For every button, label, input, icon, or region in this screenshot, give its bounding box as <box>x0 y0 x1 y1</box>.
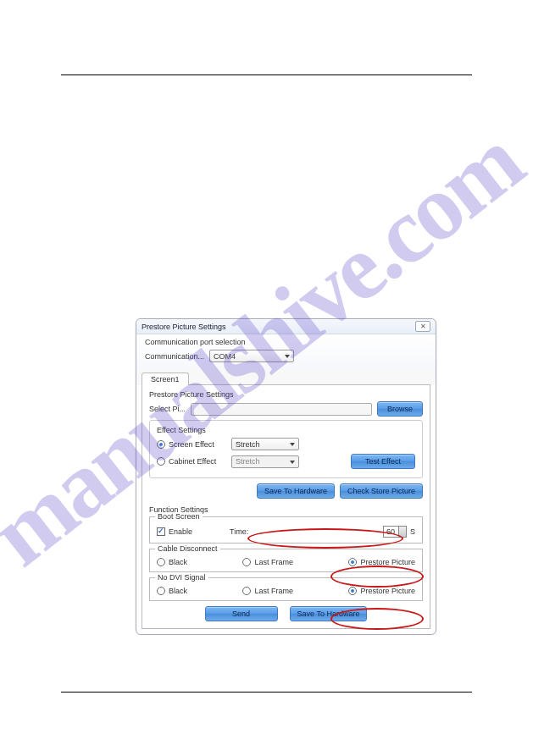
effect-settings-group: Effect Settings Screen Effect Stretch Ca… <box>149 420 423 478</box>
cable-prestore-label: Prestore Picture <box>360 558 415 566</box>
screen-effect-combo[interactable]: Stretch <box>231 438 299 450</box>
time-spinner[interactable]: 60 <box>383 526 407 538</box>
nodvi-black-radio[interactable] <box>157 587 165 595</box>
tab-panel: Prestore Picture Settings Select Pi... B… <box>142 384 430 629</box>
save-to-hardware-button[interactable]: Save To Hardware <box>257 483 335 499</box>
comm-section: Communication port selection Communicati… <box>136 334 436 369</box>
cabinet-effect-combo: Stretch <box>231 455 299 468</box>
cabinet-effect-radio[interactable] <box>157 457 165 466</box>
comm-port-value: COM4 <box>214 352 236 361</box>
nodvi-last-label: Last Frame <box>254 587 293 595</box>
effect-title: Effect Settings <box>157 426 415 434</box>
cable-last-radio[interactable] <box>242 558 251 566</box>
titlebar: Prestore Picture Settings ✕ <box>136 319 436 334</box>
boot-screen-group: Boot Screen Enable Time: 60 S <box>149 516 423 544</box>
cable-black-radio[interactable] <box>157 558 165 566</box>
prestore-dialog: Prestore Picture Settings ✕ Communicatio… <box>136 318 436 635</box>
select-pic-label: Select Pi... <box>149 405 186 413</box>
nodvi-legend: No DVI Signal <box>155 573 208 582</box>
comm-port-combo[interactable]: COM4 <box>209 350 294 362</box>
cable-legend: Cable Disconnect <box>155 544 220 553</box>
comm-section-title: Communication port selection <box>145 338 427 346</box>
cable-last-label: Last Frame <box>254 558 293 566</box>
dialog-title: Prestore Picture Settings <box>142 323 226 331</box>
tab-row: Screen1 <box>136 369 436 385</box>
cable-disconnect-group: Cable Disconnect Black Last Frame Presto… <box>149 549 423 572</box>
screen-effect-radio[interactable] <box>157 440 165 449</box>
cabinet-effect-value: Stretch <box>236 457 260 466</box>
time-label: Time: <box>230 527 248 536</box>
hw-button-row: Save To Hardware Check Store Picture <box>149 483 423 499</box>
comm-label: Communication... <box>145 352 204 361</box>
time-value: 60 <box>386 527 395 536</box>
screen-effect-label: Screen Effect <box>169 440 228 449</box>
tab-screen1[interactable]: Screen1 <box>142 372 189 385</box>
enable-label: Enable <box>169 527 192 536</box>
test-effect-button[interactable]: Test Effect <box>351 454 415 469</box>
no-dvi-group: No DVI Signal Black Last Frame Prestore … <box>149 577 423 601</box>
nodvi-last-radio[interactable] <box>242 587 251 595</box>
top-rule <box>61 74 472 75</box>
screen-effect-value: Stretch <box>236 440 260 449</box>
cable-prestore-radio[interactable] <box>348 558 357 566</box>
cable-black-label: Black <box>169 558 187 566</box>
enable-checkbox[interactable] <box>157 527 165 536</box>
bottom-rule <box>61 692 472 693</box>
time-unit: S <box>410 527 415 536</box>
cabinet-effect-label: Cabinet Effect <box>169 457 228 466</box>
footer-button-row: Send Save To Hardware <box>149 606 423 621</box>
nodvi-prestore-radio[interactable] <box>348 587 357 595</box>
picture-path-input[interactable] <box>191 403 372 416</box>
check-store-picture-button[interactable]: Check Store Picture <box>340 483 423 499</box>
nodvi-prestore-label: Prestore Picture <box>360 587 415 595</box>
send-button[interactable]: Send <box>205 606 278 621</box>
browse-button[interactable]: Browse <box>377 401 423 417</box>
nodvi-black-label: Black <box>169 587 187 595</box>
close-button[interactable]: ✕ <box>415 321 430 332</box>
boot-legend: Boot Screen <box>155 512 203 521</box>
prestore-title: Prestore Picture Settings <box>149 390 423 399</box>
save-to-hardware-button-2[interactable]: Save To Hardware <box>290 606 368 621</box>
